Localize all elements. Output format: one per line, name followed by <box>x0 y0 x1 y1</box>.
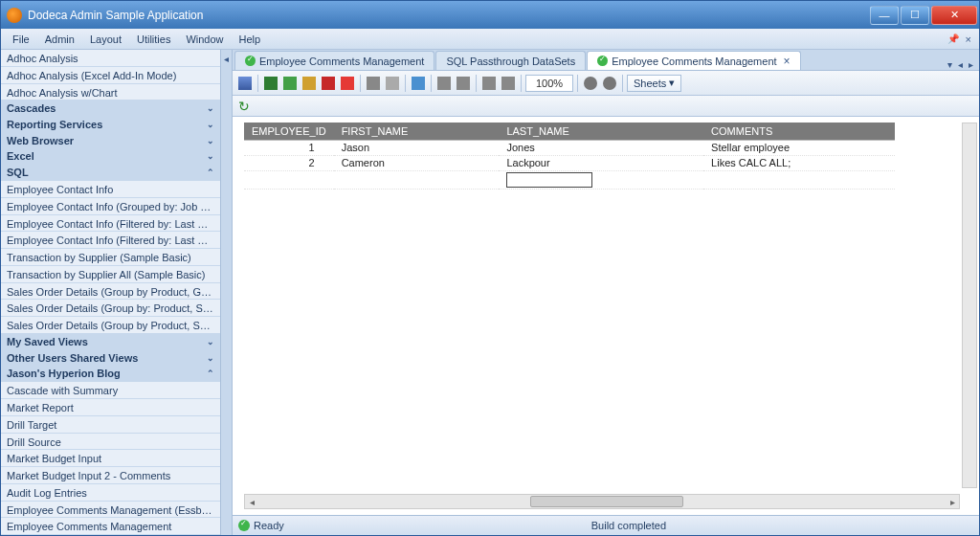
grid-button[interactable] <box>480 75 498 92</box>
nav-header-excel[interactable]: Excel⌄ <box>1 149 220 166</box>
nav-header-webbrowser[interactable]: Web Browser⌄ <box>1 133 220 149</box>
menu-layout[interactable]: Layout <box>82 32 129 47</box>
cell-first[interactable]: Jason <box>334 140 500 155</box>
toolbar: 100% Sheets▾ <box>233 71 979 96</box>
nav-header-label: SQL <box>7 166 29 180</box>
title-bar: Dodeca Admin Sample Application — ☐ ✕ <box>1 1 979 29</box>
separator <box>360 75 361 92</box>
zoom-value[interactable]: 100% <box>525 75 573 92</box>
print-button[interactable] <box>365 75 382 92</box>
cell-id[interactable]: 2 <box>244 155 334 170</box>
separator <box>577 75 578 92</box>
nav-item[interactable]: Employee Contact Info <box>1 181 220 198</box>
tab-employee-comments-1[interactable]: Employee Comments Management <box>234 51 434 70</box>
col-last-name[interactable]: LAST_NAME <box>499 123 703 140</box>
nav-item[interactable]: Employee Comments Management <box>1 518 220 535</box>
nav-header-blog[interactable]: Jason's Hyperion Blog⌃ <box>1 367 220 383</box>
nav-item[interactable]: Drill Target <box>1 416 220 434</box>
cell-last[interactable]: Lackpour <box>499 155 703 170</box>
sort-asc-button[interactable] <box>435 75 453 92</box>
nav-item[interactable]: Transaction by Supplier (Sample Basic) <box>1 249 220 266</box>
nav-header-sql[interactable]: SQL⌃ <box>1 165 220 181</box>
export-pdf-button[interactable] <box>320 75 337 92</box>
scroll-left-icon[interactable]: ◂ <box>245 497 258 507</box>
nav-item[interactable]: Adhoc Analysis w/Chart <box>1 84 220 101</box>
cell-empty[interactable] <box>334 170 500 189</box>
cell-first[interactable]: Cameron <box>334 155 500 170</box>
nav-item[interactable]: Transaction by Supplier All (Sample Basi… <box>1 266 220 283</box>
nav-item[interactable]: Employee Comments Management (Essbase Vi… <box>1 502 220 519</box>
layout-button[interactable] <box>500 75 517 92</box>
separator <box>622 75 623 92</box>
nav-item[interactable]: Sales Order Details (Group by Product, G… <box>1 283 220 301</box>
nav-item[interactable]: Drill Source <box>1 434 220 451</box>
save-button[interactable] <box>236 75 254 92</box>
minimize-button[interactable]: — <box>870 6 899 25</box>
tab-sql-passthrough[interactable]: SQL Passthrough DataSets <box>435 51 586 70</box>
nav-header-cascades[interactable]: Cascades⌄ <box>1 100 220 117</box>
panel-close-icon[interactable]: × <box>962 34 975 45</box>
nav-item[interactable]: Audit Log Entries <box>1 484 220 502</box>
nav-header-othershared[interactable]: Other Users Shared Views⌄ <box>1 350 220 367</box>
menu-utilities[interactable]: Utilities <box>129 32 178 47</box>
col-comments[interactable]: COMMENTS <box>703 123 895 140</box>
table-row[interactable]: 2 Cameron Lackpour Likes CALC ALL; <box>244 155 895 170</box>
menu-admin[interactable]: Admin <box>37 32 82 47</box>
scroll-right-icon[interactable]: ▸ <box>946 497 959 507</box>
nav-item[interactable]: Cascade with Summary <box>1 382 220 399</box>
nav-item[interactable]: Employee Contact Info (Grouped by: Job T… <box>1 198 220 215</box>
export-copy-button[interactable] <box>301 75 318 92</box>
sort-desc-button[interactable] <box>455 75 472 92</box>
panel-pin-icon[interactable]: 📌 <box>945 34 962 44</box>
sheets-dropdown[interactable]: Sheets▾ <box>627 75 681 92</box>
nav-item[interactable]: Employee Contact Info (Filtered by: Last… <box>1 215 220 233</box>
cell-id[interactable]: 1 <box>244 140 334 155</box>
col-first-name[interactable]: FIRST_NAME <box>334 123 500 140</box>
cell-empty[interactable] <box>244 170 334 189</box>
export-xlsx-button[interactable] <box>281 75 299 92</box>
nav-item[interactable]: Employee Contact Info (Filtered by: Last… <box>1 232 220 249</box>
chart-button[interactable] <box>410 75 427 92</box>
pdf-icon <box>322 77 335 90</box>
scrollbar-thumb[interactable] <box>530 496 683 507</box>
tab-next-icon[interactable]: ▸ <box>967 59 975 70</box>
chevron-down-icon: ⌄ <box>207 335 214 349</box>
tab-employee-comments-2[interactable]: Employee Comments Management × <box>587 51 800 70</box>
nav-item[interactable]: Sales Order Details (Group by Product, S… <box>1 317 220 334</box>
nav-item[interactable]: Adhoc Analysis (Excel Add-In Mode) <box>1 67 220 84</box>
print-preview-button[interactable] <box>384 75 401 92</box>
nav-item[interactable]: Market Budget Input <box>1 450 220 467</box>
table-row-empty[interactable] <box>244 170 895 189</box>
menu-help[interactable]: Help <box>232 32 269 47</box>
export-pdf2-button[interactable] <box>339 75 356 92</box>
cell-empty[interactable] <box>703 170 895 189</box>
tab-prev-icon[interactable]: ◂ <box>956 59 965 70</box>
nav-item[interactable]: Market Budget Input 2 - Comments <box>1 467 220 484</box>
tab-dropdown-icon[interactable]: ▾ <box>946 59 954 70</box>
refresh-button[interactable]: ↻ <box>238 99 250 114</box>
vertical-scrollbar[interactable] <box>962 123 977 488</box>
table-row[interactable]: 1 Jason Jones Stellar employee <box>244 140 895 155</box>
close-button[interactable]: ✕ <box>931 6 977 25</box>
nav-item[interactable]: Market Report <box>1 399 220 416</box>
window-title: Dodeca Admin Sample Application <box>28 9 203 22</box>
app-icon <box>7 8 22 23</box>
maximize-button[interactable]: ☐ <box>901 6 929 25</box>
cell-last[interactable]: Jones <box>499 140 703 155</box>
zoom-in-button[interactable] <box>582 75 599 92</box>
zoom-out-button[interactable] <box>601 75 618 92</box>
menu-file[interactable]: File <box>5 32 37 47</box>
nav-header-mysaved[interactable]: My Saved Views⌄ <box>1 334 220 350</box>
tab-close-icon[interactable]: × <box>784 55 791 68</box>
nav-item[interactable]: Sales Order Details (Group by: Product, … <box>1 300 220 317</box>
horizontal-scrollbar[interactable]: ◂ ▸ <box>244 494 960 509</box>
cell-selected[interactable] <box>499 170 703 189</box>
nav-item[interactable]: Adhoc Analysis <box>1 50 220 67</box>
nav-header-reporting[interactable]: Reporting Services⌄ <box>1 117 220 133</box>
export-xls-button[interactable] <box>262 75 279 92</box>
cell-comments[interactable]: Stellar employee <box>703 140 895 155</box>
sidebar-collapse-handle[interactable]: ◂ <box>221 50 233 535</box>
cell-comments[interactable]: Likes CALC ALL; <box>703 155 895 170</box>
col-employee-id[interactable]: EMPLOYEE_ID <box>244 123 334 140</box>
menu-window[interactable]: Window <box>178 32 231 47</box>
